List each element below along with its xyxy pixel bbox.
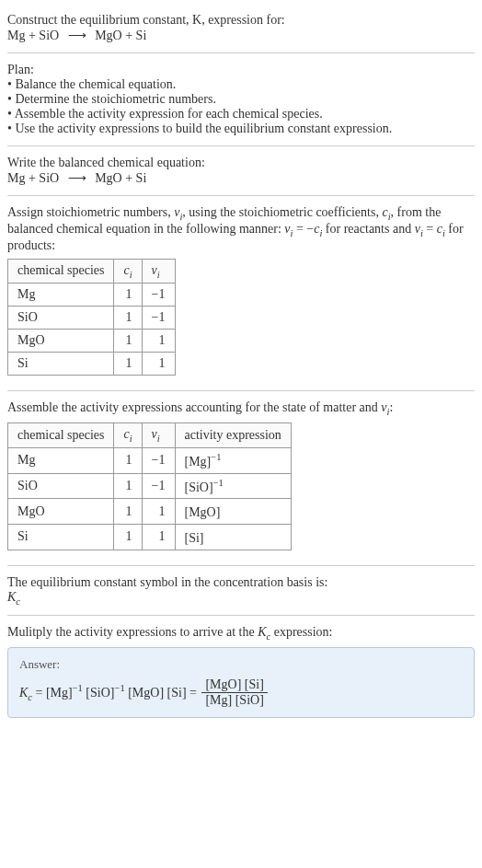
eq-left: Mg + SiO	[7, 171, 59, 185]
prompt-line1: Construct the equilibrium constant, K, e…	[7, 13, 475, 28]
activity-section: Assemble the activity expressions accoun…	[7, 395, 475, 561]
kc-symbol-section: The equilibrium constant symbol in the c…	[7, 570, 475, 612]
cell-ci: 1	[114, 330, 142, 353]
col-ci: ci	[114, 423, 142, 448]
text: Assemble the activity expressions accoun…	[7, 400, 381, 414]
plan-header: Plan:	[7, 63, 475, 77]
kc-symbol: Kc	[7, 590, 475, 607]
cell-activity: [SiO]−1	[175, 473, 291, 499]
table-row: Si 1 1	[8, 353, 176, 376]
exp: −1	[114, 683, 124, 693]
text: Mulitply the activity expressions to arr…	[7, 625, 258, 639]
plan-bullet: • Assemble the activity expression for e…	[7, 107, 475, 122]
prompt-equation: Mg + SiO ⟶ MgO + Si	[7, 28, 475, 43]
cell-ci: 1	[114, 353, 142, 376]
text: = [Mg]	[32, 686, 73, 700]
fraction-denominator: [Mg] [SiO]	[201, 693, 267, 708]
answer-box: Answer: Kc = [Mg]−1 [SiO]−1 [MgO] [Si] =…	[7, 647, 475, 718]
table-row: MgO 1 1	[8, 330, 176, 353]
cell-vi: 1	[142, 353, 175, 376]
stoich-intro: Assign stoichiometric numbers, νi, using…	[7, 200, 475, 387]
cell-species: MgO	[8, 330, 114, 353]
cell-species: SiO	[8, 473, 114, 499]
cell-ci: 1	[114, 284, 142, 307]
cell-ci: 1	[114, 524, 142, 550]
eq-left: Mg + SiO	[7, 29, 59, 42]
cell-species: MgO	[8, 499, 114, 525]
cell-vi: −1	[142, 473, 175, 499]
divider	[7, 615, 475, 616]
stoich-table: chemical species ci νi Mg 1 −1 SiO 1 −1 …	[7, 259, 176, 376]
col-activity: activity expression	[175, 423, 291, 448]
balanced-equation: Mg + SiO ⟶ MgO + Si	[7, 170, 475, 186]
k-letter: K	[7, 590, 16, 604]
divider	[7, 565, 475, 566]
cell-vi: −1	[142, 447, 175, 473]
cell-vi: −1	[142, 307, 175, 330]
plan-bullet: • Determine the stoichiometric numbers.	[7, 92, 475, 107]
answer-equation: Kc = [Mg]−1 [SiO]−1 [MgO] [Si] = [MgO] […	[19, 677, 463, 708]
eq-right: MgO + Si	[95, 29, 146, 42]
text: The equilibrium constant symbol in the c…	[7, 575, 475, 590]
balanced: Write the balanced chemical equation: Mg…	[7, 150, 475, 191]
divider	[7, 145, 475, 146]
divider	[7, 52, 475, 53]
table-row: Mg 1 −1	[8, 284, 176, 307]
col-vi: νi	[142, 423, 175, 448]
arrow-icon: ⟶	[68, 28, 86, 43]
text: for reactants and	[322, 222, 414, 236]
answer-label: Answer:	[19, 657, 463, 672]
exp: −1	[73, 683, 83, 693]
cell-species: Mg	[8, 284, 114, 307]
plan-bullet: • Use the activity expressions to build …	[7, 122, 475, 136]
balanced-line: Write the balanced chemical equation:	[7, 156, 475, 170]
divider	[7, 390, 475, 391]
cell-vi: 1	[142, 499, 175, 525]
table-row: Si 1 1 [Si]	[8, 524, 292, 550]
cell-activity: [Si]	[175, 524, 291, 550]
text: [MgO] [Si] =	[125, 686, 201, 700]
col-ci: ci	[114, 259, 142, 284]
cell-vi: 1	[142, 524, 175, 550]
arrow-icon: ⟶	[68, 170, 86, 186]
text: expression:	[270, 625, 332, 639]
cell-species: Si	[8, 353, 114, 376]
eq-right: MgO + Si	[95, 171, 146, 185]
fraction-numerator: [MgO] [Si]	[201, 677, 267, 693]
multiply-section: Mulitply the activity expressions to arr…	[7, 619, 475, 729]
cell-vi: 1	[142, 330, 175, 353]
cell-ci: 1	[114, 473, 142, 499]
col-species: chemical species	[8, 423, 114, 448]
table-row: Mg 1 −1 [Mg]−1	[8, 447, 292, 473]
text: , using the stoichiometric coefficients,	[182, 205, 382, 219]
k-letter: K	[258, 625, 266, 639]
cell-activity: [Mg]−1	[175, 447, 291, 473]
text: Assign stoichiometric numbers,	[7, 205, 174, 219]
table-row: MgO 1 1 [MgO]	[8, 499, 292, 525]
col-species: chemical species	[8, 259, 114, 284]
table-row: SiO 1 −1 [SiO]−1	[8, 473, 292, 499]
cell-ci: 1	[114, 499, 142, 525]
cell-species: Mg	[8, 447, 114, 473]
col-vi: νi	[142, 259, 175, 284]
cell-species: Si	[8, 524, 114, 550]
plan: Plan: • Balance the chemical equation. •…	[7, 57, 475, 142]
cell-ci: 1	[114, 447, 142, 473]
divider	[7, 195, 475, 196]
text: :	[389, 400, 393, 414]
prompt-text: Construct the equilibrium constant, K, e…	[7, 13, 285, 27]
cell-activity: [MgO]	[175, 499, 291, 525]
prompt: Construct the equilibrium constant, K, e…	[7, 7, 475, 49]
text: = −	[293, 222, 314, 236]
cell-vi: −1	[142, 284, 175, 307]
k-letter: K	[19, 686, 28, 700]
sub-c: c	[16, 596, 20, 606]
cell-species: SiO	[8, 307, 114, 330]
cell-ci: 1	[114, 307, 142, 330]
text: =	[423, 222, 437, 236]
plan-bullet: • Balance the chemical equation.	[7, 77, 475, 92]
activity-table: chemical species ci νi activity expressi…	[7, 422, 292, 550]
text: [SiO]	[83, 686, 115, 700]
table-row: SiO 1 −1	[8, 307, 176, 330]
fraction: [MgO] [Si] [Mg] [SiO]	[201, 677, 267, 708]
